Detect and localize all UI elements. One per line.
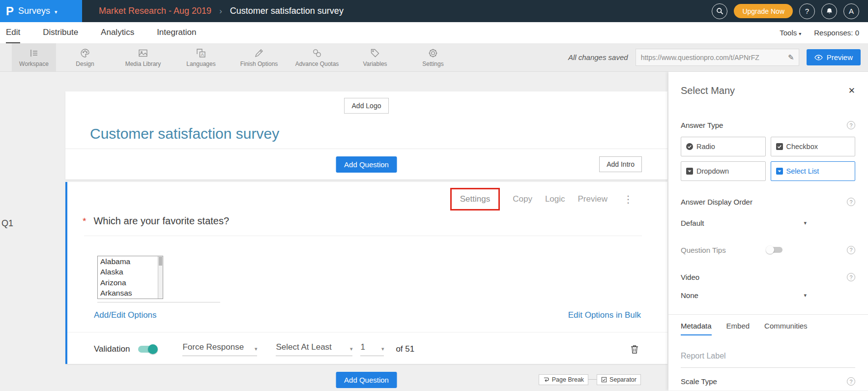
chevron-down-icon: ▾ bbox=[381, 346, 384, 352]
states-select-list[interactable]: Alabama Alaska Arizona Arkansas bbox=[97, 256, 163, 299]
toolbar-item-media-library[interactable]: Media Library bbox=[114, 43, 172, 71]
toolbar-item-workspace[interactable]: Workspace bbox=[12, 43, 56, 71]
report-label-field[interactable]: Report Label bbox=[681, 352, 855, 368]
list-option[interactable]: Alabama bbox=[98, 256, 163, 267]
chevron-down-icon: ▾ bbox=[350, 346, 353, 352]
options-total: of 51 bbox=[396, 344, 414, 354]
surveys-menu[interactable]: P Surveys ▾ bbox=[0, 0, 82, 22]
listbox-scrollbar[interactable] bbox=[158, 256, 163, 299]
answer-type-checkbox[interactable]: Checkbox bbox=[771, 137, 856, 156]
tab-metadata[interactable]: Metadata bbox=[681, 322, 712, 335]
validation-rule-select[interactable]: Force Response ▾ bbox=[182, 342, 257, 356]
tools-menu[interactable]: Tools▾ bbox=[780, 29, 801, 37]
tab-embed[interactable]: Embed bbox=[726, 322, 750, 335]
validation-toggle[interactable] bbox=[138, 344, 158, 354]
upgrade-now-button[interactable]: Upgrade Now bbox=[734, 4, 793, 18]
toolbar-item-design[interactable]: Design bbox=[56, 43, 114, 71]
toolbar-item-variables[interactable]: Variables bbox=[346, 43, 404, 71]
chevron-down-icon: ▾ bbox=[799, 31, 801, 36]
add-question-button-bottom[interactable]: Add Question bbox=[336, 372, 397, 388]
help-button[interactable]: ? bbox=[799, 3, 815, 19]
preview-button[interactable]: Preview bbox=[807, 49, 861, 65]
answer-type-label: Select List bbox=[786, 167, 819, 175]
validation-condition-select[interactable]: Select At Least ▾ bbox=[276, 342, 352, 356]
scrollbar-thumb[interactable] bbox=[159, 257, 162, 266]
search-button[interactable] bbox=[712, 3, 727, 19]
question-preview-action[interactable]: Preview bbox=[578, 194, 608, 204]
breadcrumb-current: Customer satisfaction survey bbox=[230, 6, 344, 16]
chevron-down-icon: ▾ bbox=[55, 9, 58, 15]
kebab-menu-icon[interactable]: ⋮ bbox=[623, 193, 633, 205]
video-select[interactable]: None ▾ bbox=[681, 291, 807, 300]
pencil-edit-icon bbox=[254, 47, 264, 59]
close-icon[interactable]: ✕ bbox=[848, 86, 855, 96]
page-break-label: Page Break bbox=[552, 376, 584, 383]
help-icon[interactable]: ? bbox=[847, 121, 855, 129]
answer-type-dropdown[interactable]: Dropdown bbox=[681, 161, 766, 181]
radio-check-icon bbox=[686, 143, 694, 150]
page-break-icon bbox=[543, 376, 550, 383]
question-copy-action[interactable]: Copy bbox=[513, 194, 532, 204]
question-text[interactable]: Which are your favorite states? bbox=[93, 215, 229, 228]
answer-type-radio[interactable]: Radio bbox=[681, 137, 766, 156]
add-logo-button[interactable]: Add Logo bbox=[344, 98, 389, 114]
insert-buttons: Page Break Separator bbox=[539, 374, 641, 385]
tab-distribute[interactable]: Distribute bbox=[43, 22, 78, 43]
validation-count-select[interactable]: 1 ▾ bbox=[360, 342, 384, 356]
answer-type-label: Dropdown bbox=[696, 167, 729, 175]
question-settings-action[interactable]: Settings bbox=[450, 188, 500, 211]
tab-analytics[interactable]: Analytics bbox=[101, 22, 134, 43]
toolbar-item-settings[interactable]: Settings bbox=[404, 43, 462, 71]
validation-row: Validation Force Response ▾ Select At Le… bbox=[67, 332, 667, 364]
toolbar-item-languages[interactable]: A Languages bbox=[172, 43, 230, 71]
survey-header-card: Add Logo Customer satisfaction survey Ad… bbox=[65, 91, 667, 180]
add-question-row: Add Question Add Intro bbox=[65, 149, 667, 180]
toggle-knob bbox=[766, 246, 774, 254]
page-break-button[interactable]: Page Break bbox=[539, 374, 588, 385]
separator-button[interactable]: Separator bbox=[597, 374, 641, 385]
toolbar-item-advance-quotas[interactable]: Advance Quotas bbox=[288, 43, 346, 71]
question-tips-toggle[interactable] bbox=[766, 246, 783, 254]
question-card: Settings Copy Logic Preview ⋮ * Which ar… bbox=[65, 182, 667, 364]
help-icon[interactable]: ? bbox=[847, 377, 855, 386]
breadcrumb-parent[interactable]: Market Research - Aug 2019 bbox=[99, 6, 211, 16]
nav-tabs: Edit Distribute Analytics Integration bbox=[6, 22, 219, 43]
eye-icon bbox=[814, 55, 823, 60]
required-marker: * bbox=[83, 215, 86, 228]
panel-header: Select Many ✕ bbox=[681, 72, 855, 96]
scale-type-header: Scale Type ? bbox=[681, 377, 855, 386]
display-order-select[interactable]: Default ▾ bbox=[681, 219, 807, 227]
add-edit-options-link[interactable]: Add/Edit Options bbox=[94, 310, 157, 320]
add-intro-button[interactable]: Add Intro bbox=[599, 156, 642, 172]
toolbar-item-label: Settings bbox=[422, 60, 443, 67]
validation-label: Validation bbox=[94, 344, 130, 354]
main-nav: Edit Distribute Analytics Integration To… bbox=[0, 22, 868, 43]
list-option[interactable]: Alaska bbox=[98, 267, 163, 277]
question-logic-action[interactable]: Logic bbox=[545, 194, 565, 204]
avatar[interactable]: A bbox=[843, 3, 859, 19]
help-icon[interactable]: ? bbox=[847, 246, 855, 254]
question-text-row: * Which are your favorite states? bbox=[67, 215, 667, 228]
notifications-button[interactable] bbox=[821, 3, 837, 19]
help-icon[interactable]: ? bbox=[847, 273, 855, 281]
edit-options-in-bulk-link[interactable]: Edit Options in Bulk bbox=[568, 310, 641, 320]
toolbar-item-label: Languages bbox=[186, 60, 215, 67]
add-question-button-top[interactable]: Add Question bbox=[336, 156, 397, 173]
list-option[interactable]: Arkansas bbox=[98, 288, 163, 299]
delete-question-button[interactable] bbox=[630, 344, 639, 354]
toolbar-item-finish-options[interactable]: Finish Options bbox=[230, 43, 288, 71]
list-option[interactable]: Arizona bbox=[98, 277, 163, 288]
gear-icon bbox=[428, 47, 438, 59]
chevron-down-icon: ▾ bbox=[255, 346, 258, 352]
survey-title[interactable]: Customer satisfaction survey bbox=[65, 114, 667, 149]
tab-edit[interactable]: Edit bbox=[6, 22, 20, 43]
save-status: All changes saved bbox=[568, 53, 628, 61]
responses-count[interactable]: Responses: 0 bbox=[814, 29, 859, 37]
answer-type-select-list[interactable]: Select List bbox=[771, 161, 856, 181]
tab-communities[interactable]: Communities bbox=[764, 322, 808, 335]
help-icon[interactable]: ? bbox=[847, 198, 855, 206]
toolbar-item-label: Variables bbox=[363, 60, 387, 67]
tab-integration[interactable]: Integration bbox=[157, 22, 196, 43]
pencil-icon[interactable]: ✎ bbox=[788, 53, 794, 62]
survey-url-input[interactable] bbox=[641, 54, 785, 61]
